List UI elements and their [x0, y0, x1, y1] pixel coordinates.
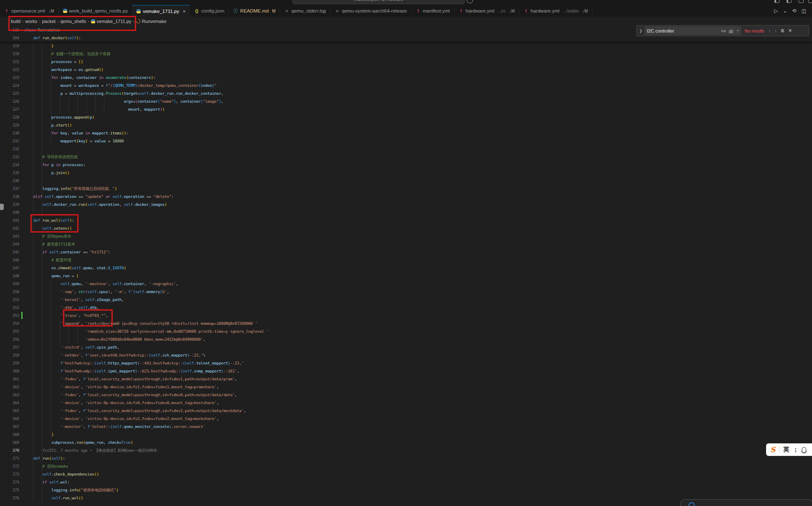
code-line-345[interactable]: 345 if self.container == "hi1711": — [0, 248, 812, 256]
code-line-356[interactable]: 356 'ekbox=0x1f000$0x84be0000 kbox_mem=2… — [0, 335, 812, 343]
code-line-374[interactable]: 374 if self.wsl: — [0, 478, 812, 486]
code-line-365[interactable]: 365 '-fsdev', f'local,security_model=pas… — [0, 407, 812, 415]
close-tab-icon[interactable]: × — [183, 9, 185, 14]
line-text: logging.info("所有容器已启动完成。") — [24, 185, 117, 192]
code-line-330[interactable]: 330 for key, value in mapport.items(): — [0, 129, 812, 137]
tab-opensource-yml[interactable]: !opensource.yml↓M — [0, 5, 59, 17]
code-line-369[interactable]: 369 subprocess.run(qemu_run, check=True) — [0, 438, 812, 446]
code-line-331[interactable]: 331 mapport[key] = value + 10000 — [0, 137, 812, 145]
code-line-354[interactable]: 354 '-append', 'root=/dev/ram0 ip=dhcp c… — [0, 319, 812, 327]
code-line-361[interactable]: 361 '-fsdev', f'local,security_model=pas… — [0, 375, 812, 383]
prev-match-icon[interactable]: ↑ — [769, 28, 771, 33]
code-line-329[interactable]: 329 p.start() — [0, 121, 812, 129]
code-line-319[interactable]: 319 } — [0, 42, 812, 50]
code-line-335[interactable]: 335 p.join() — [0, 169, 812, 177]
run-python-file-icon[interactable]: ▷ — [774, 8, 778, 14]
tab-work-build-qemu-rootfs-py[interactable]: work_build_qemu_rootfs.py — [59, 5, 133, 17]
tab-qemu-stderr-log[interactable]: ≡qemu_stderr.log — [280, 5, 331, 17]
line-number: 334 — [0, 161, 19, 169]
code-line-364[interactable]: 364 '-device', 'virtio-9p-device,id=fs0,… — [0, 399, 812, 407]
tab-readme-md[interactable]: ⓘREADME.mdM — [229, 5, 280, 17]
code-line-340[interactable]: 340 — [0, 208, 812, 216]
ime-toolbar[interactable]: S 英 ； — [766, 443, 812, 456]
layout-left-icon[interactable] — [787, 0, 792, 3]
run-dropdown-icon[interactable]: ⌄ — [783, 8, 787, 14]
tab-config-json[interactable]: {}config.json — [190, 5, 229, 17]
code-line-368[interactable]: 368 ] — [0, 430, 812, 438]
tab-hardware-yml[interactable]: !hardware.yml.../rc↓M — [454, 5, 519, 17]
layout-bottom-icon[interactable] — [799, 0, 804, 3]
code-line-342[interactable]: 342 self.setenv() — [0, 224, 812, 232]
ime-language-mode[interactable]: 英 — [783, 446, 789, 453]
code-line-325[interactable]: 325 p = multiprocessing.Process(target=s… — [0, 89, 812, 97]
layout-right-icon[interactable] — [808, 0, 812, 3]
code-line-344[interactable]: 344 # 是否是1711版本 — [0, 240, 812, 248]
code-line-357[interactable]: 357 '-initrd', self.cpio_path, — [0, 343, 812, 351]
code-line-341[interactable]: 341 def run_wsl(self): — [0, 216, 812, 224]
code-line-338[interactable]: 338 elif self.operation == "update" or s… — [0, 192, 812, 200]
code-line-333[interactable]: 333 # 等待所有进程完成 — [0, 153, 812, 161]
search-input[interactable]: I2C controller Aa ab .* — [645, 26, 741, 35]
ime-punctuation-mode[interactable]: ； — [793, 446, 798, 453]
whole-word-icon[interactable]: ab — [729, 28, 734, 33]
code-line-346[interactable]: 346 # 配置环境 — [0, 256, 812, 264]
line-number: 357 — [0, 343, 19, 351]
breadcrumb-item-runvemake[interactable]: Runvemake — [142, 19, 167, 24]
code-line-322[interactable]: 322 workspace = os.getcwd() — [0, 66, 812, 73]
code-line-358[interactable]: 358 '-netdev', f'user,id=eth0,hostfwd=tc… — [0, 351, 812, 359]
code-line-371[interactable]: 371 def run(self): — [0, 454, 812, 462]
tab-qemu-system-aarch64-release[interactable]: ≡qemu-system-aarch64-release — [331, 5, 412, 17]
code-line-370[interactable]: 370 fxx551, 7 months ago • 【修改描述】新增Qemu一… — [0, 446, 812, 454]
next-match-icon[interactable]: ↓ — [774, 28, 777, 33]
code-line-339[interactable]: 339 self.docker_run.run(self.operation, … — [0, 200, 812, 208]
code-editor[interactable]: 319 }320 # 创建一个进程池, 拉起多个容器321 processes … — [0, 42, 812, 502]
panel-grid-icon[interactable] — [774, 0, 779, 3]
code-line-360[interactable]: 360 f'hostfwd=udp::{self.ipmi_mapport}-:… — [0, 367, 812, 375]
account-icon[interactable] — [467, 0, 473, 3]
code-line-367[interactable]: 367 '-monitor', f'telnet::{self.qemu_mon… — [0, 423, 812, 430]
line-number: 363 — [0, 391, 19, 399]
code-line-375[interactable]: 375 logging.info("使用本地启动模式") — [0, 486, 812, 494]
code-line-327[interactable]: 327 mount, mapport)) — [0, 105, 812, 113]
code-line-349[interactable]: 349 self.qemu, '-machine', self.containe… — [0, 280, 812, 288]
code-line-353[interactable]: 353 '-trace', "hs0703_*", — [0, 311, 812, 319]
timeline-history-icon[interactable]: ⟲ — [792, 8, 797, 14]
code-line-362[interactable]: 362 '-device', 'virtio-9p-device,id=fs1,… — [0, 383, 812, 391]
code-line-326[interactable]: 326 args=(container["name"], container["… — [0, 97, 812, 105]
code-line-332[interactable]: 332 — [0, 145, 812, 153]
code-line-337[interactable]: 337 logging.info("所有容器已启动完成。") — [0, 185, 812, 192]
tab-manifest-yml[interactable]: !manifest.yml — [412, 5, 455, 17]
code-line-373[interactable]: 373 self.check_dependencies() — [0, 470, 812, 478]
code-line-372[interactable]: 372 # 启动vemake — [0, 462, 812, 470]
code-line-348[interactable]: 348 qemu_run = [ — [0, 272, 812, 280]
close-find-icon[interactable]: ✕ — [788, 28, 792, 33]
code-line-328[interactable]: 328 processes.append(p) — [0, 113, 812, 121]
code-line-343[interactable]: 343 # 启动qemu命令 — [0, 232, 812, 240]
code-line-347[interactable]: 347 os.chmod(self.qemu, stat.S_IXOTH) — [0, 264, 812, 272]
code-line-323[interactable]: 323 for index, container in enumerate(co… — [0, 73, 812, 81]
split-editor-icon[interactable]: ◫ — [802, 8, 806, 14]
sogou-logo-icon[interactable]: S — [770, 445, 775, 454]
code-line-350[interactable]: 350 '-smp', str(self.cpus), '-m', f'{sel… — [0, 288, 812, 296]
code-line-366[interactable]: 366 '-device', 'virtio-9p-device,id=fs2,… — [0, 415, 812, 423]
match-case-icon[interactable]: Aa — [721, 28, 726, 33]
line-number: 350 — [0, 288, 19, 296]
tab-vemake-1711-py[interactable]: vemake_1711.py× — [132, 5, 190, 17]
regex-icon[interactable]: .* — [736, 28, 739, 33]
code-line-324[interactable]: 324 mount = workspace + f"/{QEMU_TEMP}/d… — [0, 81, 812, 89]
microphone-icon[interactable] — [802, 447, 806, 453]
tab-hardware-yml[interactable]: !hardware.yml.../stable↓M — [519, 5, 592, 17]
code-line-359[interactable]: 359 f'hostfwd=tcp::{self.https_mapport}-… — [0, 359, 812, 367]
code-line-355[interactable]: 355 'ramdisk_size=30720 earlycon=serial-… — [0, 327, 812, 335]
code-line-363[interactable]: 363 '-fsdev', f'local,security_model=pas… — [0, 391, 812, 399]
code-line-352[interactable]: 352 '-dtb', self.dtb, — [0, 304, 812, 311]
yaml-file-icon: ! — [4, 8, 9, 13]
find-in-selection-icon[interactable]: ≣ — [781, 28, 784, 33]
toggle-replace-icon[interactable]: ❯ — [639, 29, 643, 33]
command-center[interactable]: manifest.json:43:7606/196 — [292, 0, 465, 4]
code-line-351[interactable]: 351 '-kernel', self.zImage_path, — [0, 296, 812, 304]
code-line-321[interactable]: 321 processes = [] — [0, 58, 812, 66]
code-line-320[interactable]: 320 # 创建一个进程池, 拉起多个容器 — [0, 50, 812, 58]
code-line-334[interactable]: 334 for p in processes: — [0, 161, 812, 169]
code-line-336[interactable]: 336 — [0, 177, 812, 185]
